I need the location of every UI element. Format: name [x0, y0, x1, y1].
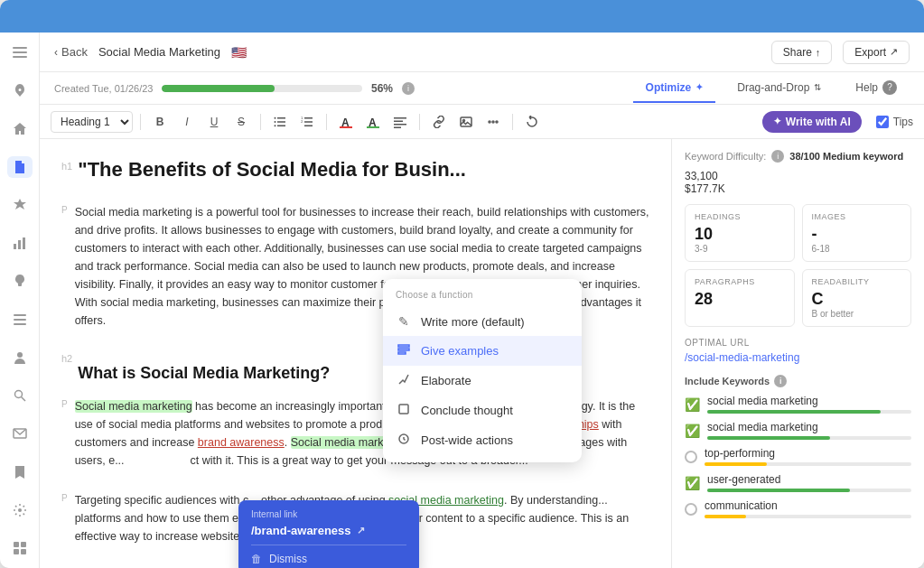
svg-rect-19: [277, 121, 285, 123]
sidebar-document-icon[interactable]: [7, 156, 33, 178]
write-ai-button[interactable]: ✦ Write with AI: [762, 111, 862, 133]
ai-menu-write-more[interactable]: ✎ Write more (default): [383, 307, 582, 336]
strikethrough-button[interactable]: S: [229, 110, 253, 134]
editor[interactable]: h1 "The Benefits of Social Media for Bus…: [40, 139, 671, 568]
underline-button[interactable]: U: [202, 110, 226, 134]
svg-point-22: [275, 121, 276, 123]
kw-text: communication: [705, 499, 911, 512]
sidebar-home-icon[interactable]: [7, 117, 33, 139]
sidebar-search-icon[interactable]: [7, 385, 33, 406]
sidebar-rocket-icon[interactable]: [7, 79, 33, 101]
sidebar-mail-icon[interactable]: [7, 423, 33, 444]
images-stat: IMAGES - 6-18: [802, 204, 912, 262]
share-button[interactable]: Share ↑: [771, 41, 833, 64]
svg-rect-32: [367, 126, 379, 128]
export-button[interactable]: Export ↗: [843, 41, 910, 64]
tips-checkbox[interactable]: [876, 116, 889, 128]
sidebar-star-icon[interactable]: [7, 194, 33, 216]
ai-menu-post-wide[interactable]: Post-wide actions: [383, 425, 582, 455]
svg-rect-4: [18, 240, 21, 249]
toolbar-divider-5: [512, 114, 513, 130]
undo-button[interactable]: [520, 110, 544, 134]
sidebar-user-icon[interactable]: [7, 347, 33, 368]
keyword-item-3: ✅ user-generated: [685, 473, 911, 492]
ai-menu-conclude[interactable]: Conclude thought: [383, 396, 582, 425]
readability-label: READABILITY: [812, 277, 902, 286]
kw-bar-track: [707, 436, 911, 440]
right-panel: Keyword Difficulty: i 38/100 Medium keyw…: [671, 139, 924, 568]
include-kw-info-icon[interactable]: i: [774, 375, 787, 387]
paragraphs-label: PARAGRAPHS: [695, 277, 785, 286]
paragraphs-stat: PARAGRAPHS 28: [685, 269, 795, 327]
readability-grade: C: [812, 290, 902, 309]
progress-info-icon[interactable]: i: [402, 82, 415, 95]
svg-point-39: [489, 121, 490, 123]
svg-point-9: [17, 352, 23, 358]
font-color-button[interactable]: A: [334, 110, 358, 134]
more-button[interactable]: [481, 110, 505, 134]
svg-point-21: [275, 116, 276, 118]
svg-rect-7: [14, 319, 26, 321]
sidebar-menu-icon[interactable]: [7, 42, 33, 63]
doc-heading-1[interactable]: "The Benefits of Social Media for Busin.…: [78, 157, 466, 183]
tab-drag-drop[interactable]: Drag-and-Drop ⇅: [724, 74, 834, 103]
internal-link-url[interactable]: /brand-awareness ↗: [251, 524, 406, 537]
images-value: -: [812, 225, 902, 244]
image-button[interactable]: [454, 110, 478, 134]
back-chevron-icon: ‹: [54, 46, 58, 59]
doc-title: Social Media Marketing: [98, 45, 220, 59]
align-button[interactable]: [388, 110, 412, 134]
left-sidebar: [0, 33, 40, 568]
sidebar-grid-icon[interactable]: [7, 537, 33, 559]
ai-menu-give-examples[interactable]: Give examples: [383, 336, 582, 366]
highlight-button[interactable]: A: [361, 110, 385, 134]
italic-button[interactable]: I: [175, 110, 199, 134]
svg-rect-24: [304, 117, 313, 119]
kw-bar-fill: [707, 410, 881, 414]
toolbar-divider-4: [419, 114, 420, 130]
ai-menu-write-more-label: Write more (default): [421, 315, 525, 329]
svg-rect-35: [394, 124, 406, 126]
kw-bar-track: [707, 410, 911, 414]
kw-diff-value: 38/100 Medium keyword: [789, 151, 903, 162]
dismiss-button[interactable]: Dismiss: [269, 553, 307, 565]
flag-icon: 🇺🇸: [231, 45, 247, 60]
sidebar-lightbulb-icon[interactable]: [7, 270, 33, 292]
back-button[interactable]: ‹ Back: [54, 45, 88, 59]
tab-help[interactable]: Help ?: [843, 73, 910, 104]
ai-menu-elaborate[interactable]: Elaborate: [383, 366, 582, 396]
sidebar-chart-icon[interactable]: [7, 232, 33, 254]
link-button[interactable]: [427, 110, 451, 134]
sidebar-settings-icon[interactable]: [7, 499, 33, 521]
kw-diff-info-icon[interactable]: i: [771, 150, 784, 163]
internal-link-actions: 🗑 Dismiss: [251, 545, 406, 565]
svg-point-10: [14, 391, 22, 398]
bullet-list-button[interactable]: [268, 110, 292, 134]
svg-rect-8: [14, 323, 26, 325]
heading-select[interactable]: Heading 1 Heading 2 Heading 3 Paragraph: [51, 111, 133, 133]
keyword-item-4: communication: [685, 499, 911, 518]
kw-wrapper: social media marketing: [707, 395, 911, 414]
svg-line-11: [21, 397, 25, 402]
doc-heading-2[interactable]: What is Social Media Marketing?: [78, 364, 330, 383]
write-ai-icon: ✦: [773, 116, 781, 127]
ordered-list-button[interactable]: 1.2.: [295, 110, 319, 134]
p3-label: P: [61, 493, 68, 503]
tips-toggle[interactable]: Tips: [876, 116, 913, 128]
internal-link-title: Internal link: [251, 509, 406, 519]
kw-check-icon: ✅: [685, 476, 700, 490]
svg-rect-0: [13, 47, 27, 49]
bold-button[interactable]: B: [148, 110, 172, 134]
svg-point-40: [492, 121, 494, 123]
kw-text: social media marketing: [707, 395, 911, 407]
svg-rect-1: [13, 51, 27, 53]
tab-optimize[interactable]: Optimize ✦: [633, 74, 716, 103]
toolbar: Heading 1 Heading 2 Heading 3 Paragraph …: [40, 105, 924, 139]
h1-label: h1: [61, 161, 72, 172]
images-range: 6-18: [812, 244, 902, 254]
link-brand-awareness[interactable]: brand awareness: [198, 436, 285, 449]
sidebar-list-icon[interactable]: [7, 309, 33, 331]
kw-wrapper: top-performing: [705, 447, 911, 466]
sidebar-bookmark-icon[interactable]: [7, 461, 33, 482]
kw-circle: [685, 451, 697, 463]
